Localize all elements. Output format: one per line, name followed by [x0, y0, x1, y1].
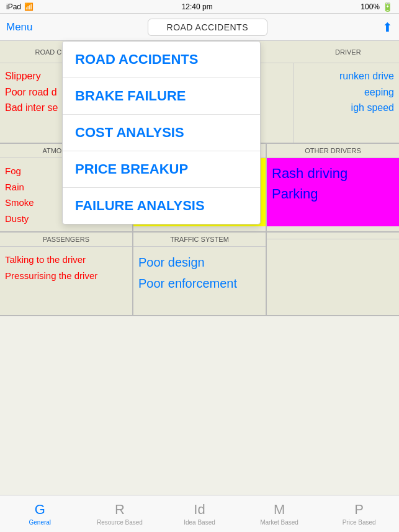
tab-resource[interactable]: R Resource Based [80, 502, 160, 526]
dropdown-failure-analysis[interactable]: FAILURE ANALYSIS [63, 188, 260, 224]
tab-market-label: Market Based [260, 519, 298, 526]
tab-resource-letter: R [115, 502, 125, 518]
empty-body [267, 239, 399, 308]
menu-button[interactable]: Menu [6, 21, 33, 33]
battery-label: 100% [361, 2, 380, 11]
tab-resource-label: Resource Based [97, 519, 143, 526]
other-drivers-header: OTHER DRIVERS [267, 144, 399, 158]
traffic-body: Poor design Poor enforcement [133, 247, 266, 315]
tab-idea-label: Idea Based [184, 519, 215, 526]
tab-general-label: General [29, 519, 52, 526]
driver-col-header: DRIVER [297, 46, 399, 58]
passengers-cell: PASSENGERS Talking to the driver Pressur… [0, 233, 133, 315]
driver-item-speed: igh speed [299, 100, 394, 116]
other-drivers-cell: OTHER DRIVERS Rash driving Parking [267, 144, 399, 231]
tab-market-letter: M [274, 502, 285, 518]
empty-header [267, 233, 399, 239]
tab-general[interactable]: G General [0, 502, 80, 526]
tab-idea[interactable]: Id Idea Based [159, 502, 240, 526]
tab-idea-letter: Id [194, 502, 205, 518]
dropdown-brake-failure[interactable]: BRAKE FAILURE [63, 78, 260, 115]
grid-bottom-row: PASSENGERS Talking to the driver Pressur… [0, 233, 399, 316]
dropdown-price-breakup[interactable]: PRICE BREAKUP [63, 151, 260, 188]
other-parking: Parking [272, 184, 394, 204]
tab-price-label: Price Based [343, 519, 376, 526]
empty-cell [267, 233, 399, 315]
tab-general-letter: G [35, 502, 45, 518]
dropdown-menu: ROAD ACCIDENTS BRAKE FAILURE COST ANALYS… [62, 41, 261, 224]
nav-title-container: ROAD ACCIDENTS [148, 19, 267, 36]
nav-title: ROAD ACCIDENTS [167, 22, 248, 32]
other-rash: Rash driving [272, 163, 394, 184]
dropdown-road-accidents[interactable]: ROAD ACCIDENTS [63, 42, 260, 78]
driver-item-sleeping: eeping [299, 84, 394, 100]
traffic-poor-design: Poor design [138, 252, 261, 273]
status-bar: iPad 📶 12:40 pm 100% 🔋 [0, 0, 399, 14]
share-button[interactable]: ⬆︎ [382, 20, 393, 35]
wifi-icon: 📶 [24, 2, 34, 11]
tab-market[interactable]: M Market Based [240, 502, 320, 526]
battery-icon: 🔋 [382, 2, 393, 12]
traffic-header: TRAFFIC SYSTEM [133, 233, 266, 247]
tab-price[interactable]: P Price Based [319, 502, 399, 526]
status-time: 12:40 pm [182, 2, 213, 11]
tab-bar: G General R Resource Based Id Idea Based… [0, 495, 399, 532]
driver-item-drunk: runken drive [299, 68, 394, 84]
dropdown-cost-analysis[interactable]: COST ANALYSIS [63, 115, 260, 151]
tab-price-letter: P [354, 502, 364, 518]
passengers-header: PASSENGERS [0, 233, 132, 247]
passengers-pressurising: Pressurising the driver [5, 268, 127, 284]
passengers-talking: Talking to the driver [5, 252, 127, 268]
traffic-poor-enforcement: Poor enforcement [138, 273, 261, 294]
passengers-body: Talking to the driver Pressurising the d… [0, 247, 132, 315]
traffic-system-cell: TRAFFIC SYSTEM Poor design Poor enforcem… [133, 233, 267, 315]
ipad-label: iPad [6, 2, 21, 11]
other-drivers-body: Rash driving Parking [267, 158, 399, 226]
nav-bar: Menu ROAD ACCIDENTS ⬆︎ [0, 14, 399, 41]
driver-col: runken drive eeping igh speed [294, 63, 399, 143]
